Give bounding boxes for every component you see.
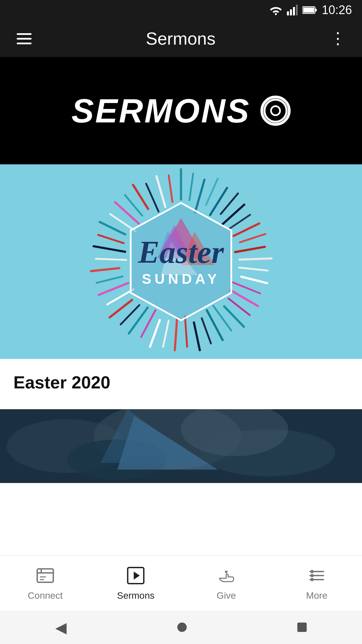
svg-point-0 <box>275 13 277 15</box>
svg-rect-6 <box>303 8 314 13</box>
easter-script-text: Easter <box>138 236 224 268</box>
status-bar: 10:26 <box>0 0 362 20</box>
give-icon <box>216 565 237 586</box>
svg-rect-3 <box>293 7 295 15</box>
wifi-icon <box>269 5 282 15</box>
svg-point-79 <box>310 578 314 581</box>
signal-icon <box>287 5 298 15</box>
second-sermon-card[interactable] <box>0 409 362 483</box>
bottom-navigation: Connect Sermons Give <box>0 555 362 610</box>
nav-item-sermons[interactable]: Sermons <box>90 565 181 601</box>
svg-marker-73 <box>134 572 140 580</box>
svg-point-77 <box>310 570 314 573</box>
svg-rect-1 <box>287 11 289 15</box>
banner-text-container: SERMONS <box>71 92 291 130</box>
status-time: 10:26 <box>322 3 352 17</box>
ocean-texture <box>0 409 362 483</box>
battery-icon <box>302 5 317 15</box>
easter-card-label: Easter 2020 <box>0 359 362 409</box>
easter-text: Easter SUNDAY <box>138 236 224 287</box>
broadcast-icon <box>260 96 291 126</box>
nav-item-more[interactable]: More <box>272 565 362 601</box>
app-bar: Sermons ⋮ <box>0 20 362 57</box>
give-label: Give <box>217 590 236 601</box>
series-title: Easter 2020 <box>13 372 349 392</box>
sermons-banner: SERMONS <box>0 57 362 164</box>
android-nav-bar: ◀ <box>0 610 362 644</box>
connect-icon <box>35 565 56 586</box>
nav-item-give[interactable]: Give <box>181 565 272 601</box>
status-icons: 10:26 <box>269 3 352 17</box>
android-home-button[interactable] <box>177 623 187 632</box>
banner-title: SERMONS <box>71 92 250 130</box>
connect-label: Connect <box>28 590 63 601</box>
sermons-label: Sermons <box>117 590 155 601</box>
nav-item-connect[interactable]: Connect <box>0 565 90 601</box>
easter-card[interactable]: Easter SUNDAY <box>0 164 362 359</box>
svg-point-78 <box>310 574 314 577</box>
more-icon <box>306 565 327 586</box>
sunday-subtitle: SUNDAY <box>138 271 224 287</box>
ocean-background <box>0 409 362 483</box>
svg-rect-7 <box>315 9 317 11</box>
more-options-button[interactable]: ⋮ <box>326 27 349 50</box>
more-label: More <box>306 590 327 601</box>
svg-rect-2 <box>290 9 292 15</box>
android-back-button[interactable]: ◀ <box>55 619 67 636</box>
android-recents-button[interactable] <box>297 623 307 632</box>
svg-rect-4 <box>296 5 298 15</box>
menu-button[interactable] <box>13 30 35 48</box>
app-bar-title: Sermons <box>146 29 216 49</box>
svg-rect-67 <box>37 569 53 582</box>
sermons-icon <box>125 565 146 586</box>
